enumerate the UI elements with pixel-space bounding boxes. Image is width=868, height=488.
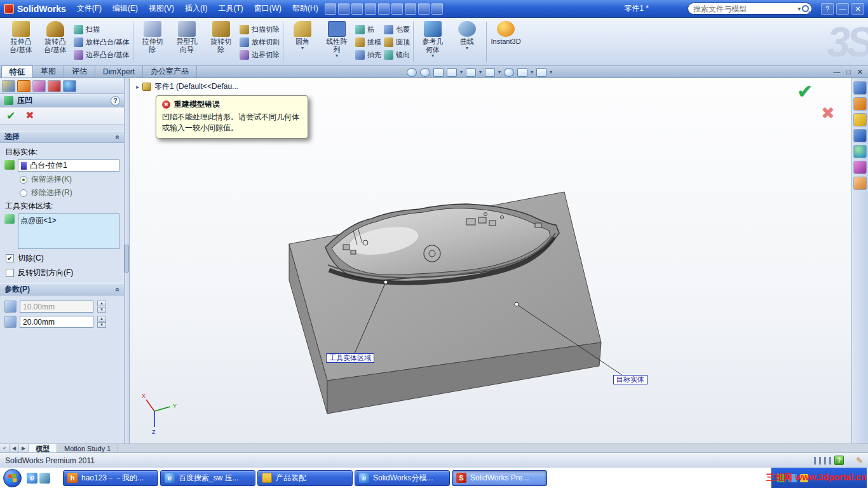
- save-icon[interactable]: [351, 3, 363, 15]
- select-icon[interactable]: [405, 3, 416, 15]
- undo-icon[interactable]: [378, 3, 390, 15]
- remove-selection-radio[interactable]: 移除选择(R): [20, 187, 72, 198]
- gap-distance-field[interactable]: 10.00mm: [20, 301, 93, 313]
- instant3d-button[interactable]: Instant3D: [489, 20, 523, 64]
- dimxpert-manager-tab-icon[interactable]: [48, 80, 61, 92]
- thickness-field[interactable]: 20.00mm: [20, 316, 93, 328]
- draft-button[interactable]: 拔模: [355, 36, 381, 48]
- boundary-boss-button[interactable]: 边界凸台/基体: [74, 49, 130, 61]
- curves-button[interactable]: 曲线 ▾: [450, 20, 484, 64]
- dropdown-arrow-icon[interactable]: ▾: [531, 70, 533, 75]
- tool-region-item[interactable]: 点@面<1>: [20, 215, 117, 226]
- print-icon[interactable]: [365, 3, 376, 15]
- feature-tree-root[interactable]: ▸ 零件1 (Default<<Defau...: [136, 81, 238, 92]
- cancel-button[interactable]: ✖: [25, 111, 34, 121]
- show-desktop-icon[interactable]: [39, 473, 50, 484]
- feature-manager-tab-icon[interactable]: [2, 80, 15, 92]
- view-palette-icon[interactable]: [853, 161, 867, 174]
- tab-scroll-prev-button[interactable]: ◀: [10, 444, 19, 452]
- dropdown-arrow-icon[interactable]: ▾: [550, 70, 552, 75]
- tab-office-products[interactable]: 办公室产品: [143, 65, 197, 78]
- rebuild-icon[interactable]: [418, 3, 430, 15]
- previous-view-icon[interactable]: [433, 68, 444, 77]
- tree-expander-icon[interactable]: ▸: [136, 83, 139, 90]
- panel-splitter[interactable]: [125, 78, 130, 444]
- property-help-icon[interactable]: ?: [111, 96, 120, 105]
- apply-scene-icon[interactable]: [517, 68, 527, 77]
- tab-features[interactable]: 特征: [1, 65, 33, 78]
- start-button[interactable]: [3, 469, 22, 487]
- target-body-field[interactable]: 凸台-拉伸1: [18, 159, 119, 172]
- extruded-cut-button[interactable]: 拉伸切 除: [135, 20, 170, 64]
- edit-appearance-icon[interactable]: [504, 68, 514, 77]
- rib-button[interactable]: 筋: [355, 24, 381, 36]
- parameters-section-header[interactable]: 参数(P) »: [0, 283, 124, 295]
- search-box[interactable]: ▾: [688, 3, 812, 15]
- open-icon[interactable]: [338, 3, 349, 15]
- linear-pattern-button[interactable]: 线性阵 列 ▾: [320, 20, 354, 64]
- dome-button[interactable]: 圆顶: [384, 36, 410, 48]
- gap-spinner[interactable]: ▲ ▼: [97, 301, 106, 313]
- doc-minimize-icon[interactable]: —: [833, 67, 840, 78]
- selection-section-header[interactable]: 选择 »: [0, 131, 124, 143]
- redo-icon[interactable]: [391, 3, 403, 15]
- dropdown-arrow-icon[interactable]: ▾: [479, 70, 482, 75]
- options-icon[interactable]: [431, 3, 443, 15]
- loft-boss-button[interactable]: 放样凸台/基体: [74, 36, 130, 48]
- ok-button[interactable]: ✔: [6, 111, 15, 121]
- cut-checkbox[interactable]: ✔ 切除(C): [6, 253, 44, 264]
- spin-down-icon[interactable]: ▼: [97, 307, 106, 313]
- display-style-icon[interactable]: [485, 68, 495, 77]
- tab-dimxpert[interactable]: DimXpert: [95, 65, 143, 78]
- model-tab[interactable]: 模型: [29, 444, 57, 452]
- menu-view[interactable]: 视图(V): [144, 1, 179, 16]
- boundary-cut-button[interactable]: 边界切除: [240, 49, 280, 61]
- menu-file[interactable]: 文件(F): [72, 1, 107, 16]
- taskbar-button-baidu[interactable]: e 百度搜索_sw 压...: [160, 470, 255, 486]
- dropdown-arrow-icon[interactable]: ▾: [498, 70, 501, 75]
- menu-insert[interactable]: 插入(I): [180, 1, 212, 16]
- doc-close-icon[interactable]: ✕: [857, 67, 863, 78]
- spin-up-icon[interactable]: ▲: [97, 301, 106, 306]
- search-dropdown-icon[interactable]: ▾: [797, 6, 801, 12]
- confirmation-ok-icon[interactable]: ✔: [797, 82, 813, 101]
- zoom-fit-icon[interactable]: [407, 68, 417, 77]
- menu-help[interactable]: 帮助(H): [287, 1, 323, 16]
- appearance-manager-tab-icon[interactable]: [63, 80, 76, 92]
- thickness-spinner[interactable]: ▲ ▼: [97, 316, 106, 328]
- tool-region-listbox[interactable]: 点@面<1>: [18, 214, 119, 249]
- file-explorer-icon[interactable]: [853, 113, 867, 126]
- flip-cut-direction-checkbox[interactable]: 反转切割方向(F): [6, 268, 73, 278]
- property-manager-tab-icon[interactable]: [17, 80, 31, 92]
- menu-window[interactable]: 窗口(W): [249, 1, 287, 16]
- swept-cut-button[interactable]: 扫描切除: [240, 24, 280, 36]
- taskbar-button-sw-parting[interactable]: e SolidWorks分模...: [355, 470, 450, 486]
- section-view-icon[interactable]: [447, 68, 457, 77]
- ie-quicklaunch-icon[interactable]: e: [27, 473, 37, 484]
- confirmation-cancel-icon[interactable]: ✖: [821, 105, 835, 121]
- reference-geometry-button[interactable]: 参考几 何体 ▾: [416, 20, 450, 64]
- tab-scroll-next-button[interactable]: ▶: [19, 444, 29, 452]
- design-library-icon[interactable]: [853, 97, 867, 111]
- menu-tools[interactable]: 工具(T): [213, 1, 248, 16]
- tab-sketch[interactable]: 草图: [33, 65, 64, 78]
- spin-up-icon[interactable]: ▲: [97, 316, 106, 322]
- tab-scroll-first-button[interactable]: «: [0, 444, 10, 452]
- fillet-button[interactable]: 圆角 ▾: [285, 20, 320, 64]
- extrude-boss-button[interactable]: 拉伸凸 台/基体: [4, 20, 38, 64]
- revolved-cut-button[interactable]: 旋转切 除: [204, 20, 238, 64]
- spin-down-icon[interactable]: ▼: [97, 322, 106, 328]
- sweep-button[interactable]: 扫描: [74, 24, 130, 36]
- tab-evaluate[interactable]: 评估: [64, 65, 95, 78]
- menu-edit[interactable]: 编辑(E): [107, 1, 143, 16]
- solidworks-search-icon[interactable]: [853, 129, 867, 142]
- appearances-scenes-icon[interactable]: [853, 145, 867, 158]
- view-settings-icon[interactable]: [536, 68, 546, 77]
- dropdown-arrow-icon[interactable]: ▾: [460, 70, 463, 75]
- revolve-boss-button[interactable]: 旋转凸 台/基体: [38, 20, 72, 64]
- minimize-button[interactable]: —: [836, 3, 849, 15]
- taskbar-button-assembly-folder[interactable]: 产品装配: [257, 470, 353, 486]
- motion-study-tab[interactable]: Motion Study 1: [57, 444, 118, 452]
- zoom-area-icon[interactable]: [420, 68, 430, 77]
- solidworks-resources-icon[interactable]: [853, 81, 867, 95]
